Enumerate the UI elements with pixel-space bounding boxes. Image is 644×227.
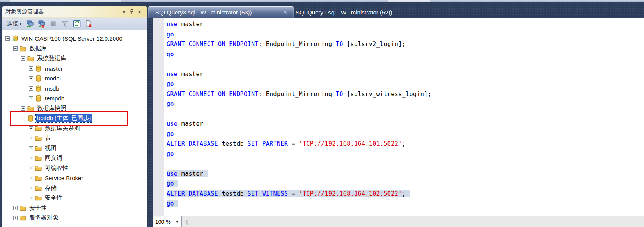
folder-icon xyxy=(35,145,42,151)
selected-text: ALTER DATABASE testdb SET WITNESS = 'TCP… xyxy=(167,190,410,197)
tab-label: SQLQuery3.sql - W...ministrator (53)) xyxy=(155,9,252,16)
expand-toggle-icon[interactable]: + xyxy=(29,196,33,200)
object-explorer-tree[interactable]: −WIN-GASP100 (SQL Server 12.0.2000 -−数据库… xyxy=(2,30,147,227)
refresh-icon[interactable] xyxy=(72,19,82,29)
expand-toggle-icon[interactable]: + xyxy=(21,106,25,111)
toolbar-remnant xyxy=(10,0,121,2)
db-icon-wrap xyxy=(27,115,34,122)
folder-icon xyxy=(35,175,42,181)
object-explorer-titlebar: 对象资源管理器 ▾ ✕ xyxy=(2,6,147,17)
tree-item-8[interactable]: −testdb (主体, 已同步) xyxy=(2,113,147,123)
expand-toggle-icon[interactable]: + xyxy=(29,156,33,160)
connect-button[interactable]: 连接 ▾ xyxy=(5,20,23,28)
tree-item-label: 服务器对象 xyxy=(28,214,60,222)
code-line: ALTER DATABASE testdb SET PARTNER = 'TCP… xyxy=(167,139,644,149)
tree-item-label: Service Broker xyxy=(44,174,84,182)
connect-button-label: 连接 xyxy=(7,20,18,27)
expand-toggle-icon[interactable]: + xyxy=(29,76,33,80)
expand-toggle-icon[interactable]: + xyxy=(29,176,33,180)
tree-item-7[interactable]: +数据库快照 xyxy=(2,104,147,114)
upper-toolbar-edge xyxy=(0,0,644,2)
editor-indicator-margin xyxy=(153,18,164,216)
tree-item-10[interactable]: +表 xyxy=(2,133,147,143)
expand-toggle-icon[interactable]: + xyxy=(13,206,18,210)
tab-sqlquery3[interactable]: SQLQuery3.sql - W...ministrator (53)) ✕ xyxy=(148,6,294,18)
collapse-toggle-icon[interactable]: − xyxy=(13,46,18,51)
tree-item-12[interactable]: +同义词 xyxy=(2,153,147,163)
tree-item-6[interactable]: +tempdb xyxy=(2,93,147,104)
connect-server-icon[interactable] xyxy=(25,19,35,29)
tree-item-label: 表 xyxy=(44,134,52,142)
expand-toggle-icon[interactable]: + xyxy=(29,186,33,190)
zoom-level-dropdown[interactable]: 100 % ▼ xyxy=(153,216,182,227)
code-line: go xyxy=(167,99,644,109)
tree-item-5[interactable]: +msdb xyxy=(2,84,147,94)
tree-item-label: 数据库关系图 xyxy=(44,124,81,132)
tree-item-label: 视图 xyxy=(44,144,58,152)
code-line: go xyxy=(167,199,644,209)
expand-toggle-icon[interactable]: + xyxy=(29,126,33,130)
tree-item-18[interactable]: +服务器对象 xyxy=(2,213,147,223)
tree-item-label: 可编程性 xyxy=(44,164,69,172)
tree-item-14[interactable]: +Service Broker xyxy=(2,173,147,183)
db-icon-wrap xyxy=(35,65,42,72)
folder-icon xyxy=(35,135,42,141)
tree-item-3[interactable]: +master xyxy=(2,64,147,74)
folder-icon-wrap xyxy=(35,195,42,201)
tree-item-9[interactable]: +数据库关系图 xyxy=(2,123,147,134)
tree-item-11[interactable]: +视图 xyxy=(2,143,147,154)
folder-icon-wrap xyxy=(35,175,42,181)
tree-item-16[interactable]: +安全性 xyxy=(2,193,147,203)
scroll-left-icon[interactable]: ❮ xyxy=(185,219,189,225)
database-icon xyxy=(35,75,41,82)
code-line: use master xyxy=(167,70,644,80)
tab-sqlquery1[interactable]: SQLQuery1.sql - W...ministrator (52)) xyxy=(296,6,392,18)
folder-icon-wrap xyxy=(35,145,42,152)
tree-item-0[interactable]: −WIN-GASP100 (SQL Server 12.0.2000 - xyxy=(2,34,147,44)
pin-icon[interactable] xyxy=(128,8,136,16)
code-line: ALTER DATABASE testdb SET WITNESS = 'TCP… xyxy=(167,189,644,199)
folder-icon xyxy=(35,155,42,161)
expand-toggle-icon[interactable]: + xyxy=(29,146,33,150)
tree-item-13[interactable]: +可编程性 xyxy=(2,163,147,173)
expand-toggle-icon[interactable]: + xyxy=(29,96,33,100)
tree-item-2[interactable]: −系统数据库 xyxy=(2,54,147,64)
script-error-icon[interactable] xyxy=(84,19,93,29)
tree-item-label: tempdb xyxy=(44,95,66,102)
selected-text: go xyxy=(167,180,178,187)
expand-toggle-icon[interactable]: + xyxy=(29,136,33,140)
tree-item-4[interactable]: +model xyxy=(2,73,147,84)
expand-toggle-icon[interactable]: + xyxy=(13,216,18,220)
close-icon[interactable]: ✕ xyxy=(136,8,144,16)
tree-item-label: 安全性 xyxy=(44,194,64,202)
db-icon-wrap xyxy=(35,85,42,92)
expand-toggle-icon[interactable]: + xyxy=(29,66,33,71)
code-line: go xyxy=(167,79,644,89)
filter-icon[interactable] xyxy=(60,19,70,29)
tab-close-icon[interactable]: ✕ xyxy=(283,9,287,15)
selected-text: go xyxy=(167,200,178,207)
folder-icon-wrap xyxy=(35,135,42,141)
tree-item-17[interactable]: +安全性 xyxy=(2,203,147,213)
tree-item-1[interactable]: −数据库 xyxy=(2,44,147,54)
expand-toggle-icon[interactable]: + xyxy=(29,166,33,170)
collapse-toggle-icon[interactable]: − xyxy=(5,36,10,41)
sql-editor-pane[interactable]: use mastergoGRANT CONNECT ON ENDPOINT::E… xyxy=(153,18,644,216)
object-explorer-title: 对象资源管理器 xyxy=(5,8,44,15)
folder-icon-wrap xyxy=(20,45,26,52)
sql-code-area[interactable]: use mastergoGRANT CONNECT ON ENDPOINT::E… xyxy=(164,18,644,216)
tree-item-label: WIN-GASP100 (SQL Server 12.0.2000 - xyxy=(20,35,127,42)
expand-toggle-icon[interactable]: + xyxy=(29,86,33,91)
tab-label: SQLQuery1.sql - W...ministrator (52)) xyxy=(296,9,392,16)
horizontal-scrollbar[interactable]: ❮ xyxy=(182,216,644,227)
disconnect-server-icon[interactable] xyxy=(37,19,46,29)
db-icon-wrap xyxy=(35,75,42,82)
tree-item-label: msdb xyxy=(44,85,60,92)
collapse-toggle-icon[interactable]: − xyxy=(21,56,25,61)
folder-icon xyxy=(35,165,42,171)
tree-item-15[interactable]: +存储 xyxy=(2,183,147,193)
code-line xyxy=(167,159,644,169)
window-position-dropdown-icon[interactable]: ▾ xyxy=(120,8,128,16)
collapse-toggle-icon[interactable]: − xyxy=(21,116,25,120)
tree-item-label: master xyxy=(44,65,64,72)
